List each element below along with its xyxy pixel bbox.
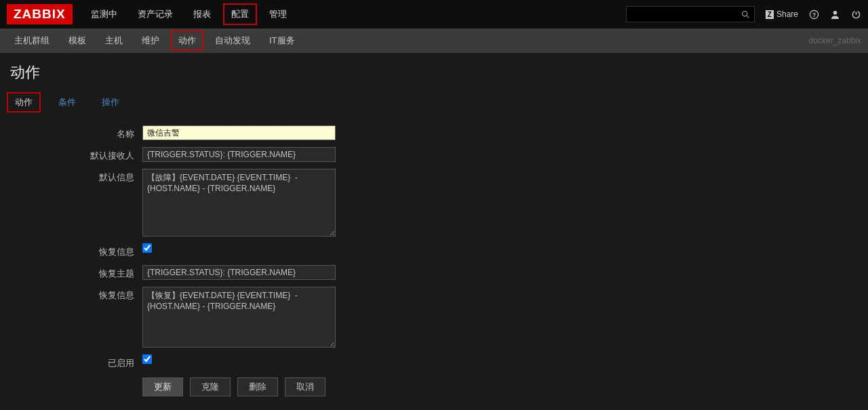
- delete-button[interactable]: 删除: [237, 377, 278, 396]
- nav-inventory[interactable]: 资产记录: [130, 3, 181, 25]
- help-icon[interactable]: ?: [809, 9, 819, 20]
- recovery-info-checkbox[interactable]: [142, 243, 152, 253]
- default-recipient-input[interactable]: [142, 147, 336, 162]
- share-label: Share: [776, 9, 798, 19]
- subnav-hosts[interactable]: 主机: [98, 30, 130, 51]
- name-input[interactable]: [142, 125, 336, 140]
- search-input[interactable]: [626, 6, 755, 22]
- subnav-discovery[interactable]: 自动发现: [208, 30, 258, 51]
- hostname-label: docker_zabbix: [809, 36, 861, 45]
- page-title: 动作: [0, 53, 868, 92]
- nav-right: Z Share ?: [626, 6, 861, 22]
- label-recovery-info-text: 恢复信息: [0, 287, 142, 302]
- user-icon[interactable]: [830, 9, 840, 20]
- sub-nav-items: 主机群组 模板 主机 维护 动作 自动发现 IT服务: [7, 30, 809, 51]
- search-icon: [741, 10, 750, 19]
- form-tabs: 动作 条件 操作: [0, 92, 868, 113]
- row-enabled: 已启用: [0, 354, 868, 369]
- sub-nav: 主机群组 模板 主机 维护 动作 自动发现 IT服务 docker_zabbix: [0, 28, 868, 53]
- row-name: 名称: [0, 125, 868, 140]
- svg-point-0: [742, 11, 747, 16]
- label-enabled: 已启用: [0, 354, 142, 369]
- label-default-recipient: 默认接收人: [0, 147, 142, 162]
- row-recovery-topic: 恢复主题: [0, 265, 868, 280]
- power-icon[interactable]: [851, 9, 861, 20]
- tab-operations[interactable]: 操作: [94, 92, 127, 112]
- row-recovery-info-checkbox: 恢复信息: [0, 243, 868, 258]
- subnav-itservices[interactable]: IT服务: [262, 30, 302, 51]
- row-recovery-info-text: 恢复信息: [0, 287, 868, 348]
- cancel-button[interactable]: 取消: [285, 377, 326, 396]
- main-nav-items: 监测中 资产记录 报表 配置 管理: [83, 3, 626, 25]
- subnav-templates[interactable]: 模板: [61, 30, 94, 51]
- nav-configuration[interactable]: 配置: [223, 3, 257, 25]
- nav-reports[interactable]: 报表: [185, 3, 219, 25]
- tab-conditions[interactable]: 条件: [50, 92, 84, 112]
- share-button[interactable]: Z Share: [766, 9, 798, 19]
- subnav-maintenance[interactable]: 维护: [134, 30, 167, 51]
- button-row: 更新 克隆 删除 取消: [142, 377, 868, 396]
- row-default-recipient: 默认接收人: [0, 147, 868, 162]
- recovery-topic-input[interactable]: [142, 265, 336, 280]
- subnav-actions[interactable]: 动作: [171, 30, 203, 51]
- label-recovery-topic: 恢复主题: [0, 265, 142, 280]
- label-name: 名称: [0, 125, 142, 140]
- svg-text:?: ?: [812, 11, 816, 18]
- enabled-checkbox[interactable]: [142, 354, 152, 364]
- svg-rect-7: [855, 9, 858, 12]
- svg-line-1: [747, 16, 749, 18]
- row-default-info: 默认信息: [0, 169, 868, 237]
- svg-point-4: [833, 10, 837, 14]
- zabbix-logo[interactable]: ZABBIX: [7, 4, 73, 24]
- default-info-textarea[interactable]: [142, 169, 336, 237]
- nav-administration[interactable]: 管理: [261, 3, 295, 25]
- subnav-hostgroups[interactable]: 主机群组: [7, 30, 57, 51]
- label-recovery-info: 恢复信息: [0, 243, 142, 258]
- nav-monitoring[interactable]: 监测中: [83, 3, 125, 25]
- label-default-info: 默认信息: [0, 169, 142, 184]
- clone-button[interactable]: 克隆: [190, 377, 231, 396]
- recovery-info-textarea[interactable]: [142, 287, 336, 348]
- update-button[interactable]: 更新: [142, 377, 183, 396]
- tab-action[interactable]: 动作: [7, 92, 41, 112]
- share-z-icon: Z: [766, 10, 774, 19]
- main-nav: ZABBIX 监测中 资产记录 报表 配置 管理 Z Share ?: [0, 0, 868, 28]
- action-form: 名称 默认接收人 默认信息 恢复信息 恢复主题 恢复信息 已启用 更新 克隆 删…: [0, 113, 868, 396]
